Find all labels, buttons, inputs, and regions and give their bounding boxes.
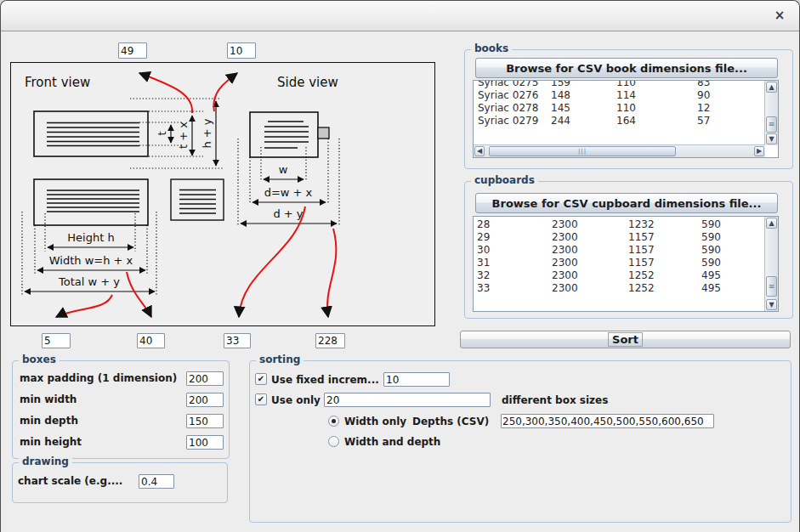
table-cell: 33 (474, 282, 552, 295)
close-icon[interactable]: × (771, 7, 788, 24)
browse-cupboards-button-label: Browse for CSV cupboard dimensions file.… (492, 197, 762, 210)
table-cell: 1252 (628, 282, 701, 295)
cupboards-group: cupboards Browse for CSV cupboard dimens… (464, 181, 793, 319)
table-cell: Syriac 0278 (474, 102, 551, 115)
table-cell: 1157 (628, 257, 701, 269)
min-width-label: min width (20, 393, 77, 405)
titlebar[interactable]: × (1, 1, 799, 31)
scroll-up-icon[interactable]: ▲ (766, 82, 777, 93)
table-cell: Syriac 0276 (474, 89, 551, 102)
table-cell: 145 (551, 102, 616, 115)
dim-field-t-plus-x[interactable] (118, 42, 147, 59)
table-cell: 495 (701, 269, 761, 282)
scroll-right-icon[interactable]: ▶ (754, 146, 764, 156)
label-d-eq: d=w + x (264, 186, 313, 199)
dim-field-total[interactable] (42, 333, 71, 348)
max-padding-field[interactable] (186, 371, 224, 386)
cupboards-vertical-scrollbar[interactable]: ▲ ≡ ▼ (764, 217, 778, 311)
table-row[interactable]: 3123001157590 (474, 257, 765, 269)
side-view-label: Side view (277, 75, 338, 90)
dim-field-h-plus-y[interactable] (227, 42, 256, 59)
sort-button[interactable]: Sort (460, 331, 791, 348)
table-cell: 590 (701, 257, 761, 269)
table-cell: 590 (701, 244, 761, 257)
sort-button-label: Sort (608, 332, 643, 347)
table-cell: 495 (701, 282, 761, 295)
table-cell: 2300 (552, 244, 628, 257)
cupboards-group-title: cupboards (471, 174, 538, 186)
browse-cupboards-button[interactable]: Browse for CSV cupboard dimensions file.… (475, 193, 778, 213)
table-cell: 12 (697, 102, 757, 115)
use-only-count-field[interactable] (324, 393, 491, 407)
table-row[interactable]: Syriac 027515911083 (474, 81, 765, 89)
table-cell: 1157 (628, 244, 701, 257)
table-row[interactable]: Syriac 027814511012 (474, 102, 765, 115)
table-cell: 2300 (552, 257, 628, 269)
table-cell: Syriac 0275 (474, 81, 551, 89)
books-table-viewport: Syriac 027515911083Syriac 027614811490Sy… (474, 81, 765, 145)
table-cell: 590 (701, 218, 761, 231)
cupboards-table[interactable]: 2823001232590292300115759030230011575903… (474, 218, 765, 295)
label-h-plus-y: h + y (201, 118, 213, 148)
boxes-group: boxes max padding (1 dimension) min widt… (12, 360, 230, 459)
table-row[interactable]: 3323001252495 (474, 282, 765, 295)
label-t-plus-x: t + x (177, 122, 190, 149)
scroll-up-icon[interactable]: ▲ (766, 218, 777, 229)
label-w: w (279, 163, 288, 176)
table-row[interactable]: 2823001232590 (474, 218, 765, 231)
table-cell: 83 (697, 81, 757, 89)
use-only-checkbox[interactable]: ✔ (255, 393, 267, 405)
table-cell: 2300 (552, 218, 628, 231)
table-row[interactable]: 3223001252495 (474, 269, 765, 282)
scroll-down-icon[interactable]: ▼ (766, 133, 777, 144)
books-hscroll-thumb[interactable]: ||| (489, 146, 676, 156)
table-cell: 2300 (552, 231, 628, 244)
cupboards-vscroll-thumb[interactable]: ≡ (766, 276, 777, 297)
table-cell: 90 (697, 89, 757, 102)
books-vertical-scrollbar[interactable]: ▲ ≡ ▼ (764, 81, 778, 145)
label-total-w: Total w + y (58, 275, 120, 288)
width-and-depth-label: Width and depth (344, 436, 440, 448)
table-row[interactable]: 3023001157590 (474, 244, 765, 257)
label-height-h: Height h (67, 231, 114, 244)
use-fixed-increment-checkbox[interactable]: ✔ (255, 373, 267, 385)
browse-books-button-label: Browse for CSV book dimensions file... (506, 62, 747, 75)
table-cell: 28 (474, 218, 552, 231)
scroll-down-icon[interactable]: ▼ (766, 299, 777, 310)
books-vscroll-thumb[interactable]: ≡ (766, 116, 777, 133)
books-group-title: books (471, 42, 512, 54)
label-t: t (156, 131, 168, 135)
table-cell: 244 (551, 115, 616, 127)
table-row[interactable]: Syriac 027924416457 (474, 115, 765, 127)
table-cell: 2300 (552, 282, 628, 295)
table-cell: 31 (474, 257, 552, 269)
table-row[interactable]: 2923001157590 (474, 231, 765, 244)
width-and-depth-radio[interactable] (328, 436, 339, 447)
dim-field-d-plus-y[interactable] (315, 333, 345, 348)
side-book-tab (318, 127, 329, 139)
scroll-left-icon[interactable]: ◀ (474, 146, 485, 156)
width-only-radio[interactable] (328, 416, 339, 427)
sorting-group: sorting ✔ Use fixed increm... ✔ Use only… (249, 360, 791, 523)
chart-scale-field[interactable] (139, 474, 174, 489)
table-cell: 30 (474, 244, 552, 257)
cupboards-scrollpane: 2823001232590292300115759030230011575903… (473, 216, 779, 312)
label-d-plus-y: d + y (273, 207, 303, 220)
min-height-field[interactable] (186, 435, 224, 450)
use-fixed-increment-label: Use fixed increm... (271, 374, 379, 386)
use-only-label: Use only (271, 394, 321, 406)
table-cell: 590 (701, 231, 761, 244)
table-cell: 110 (616, 102, 697, 115)
table-cell: 1157 (628, 231, 701, 244)
table-row[interactable]: Syriac 027614811490 (474, 89, 765, 102)
fixed-increment-field[interactable] (383, 372, 450, 387)
books-table[interactable]: Syriac 027515911083Syriac 027614811490Sy… (474, 81, 765, 127)
depths-csv-field[interactable] (501, 414, 714, 428)
browse-books-button[interactable]: Browse for CSV book dimensions file... (475, 58, 778, 78)
dim-field-width[interactable] (137, 333, 165, 348)
min-width-field[interactable] (186, 393, 224, 407)
max-padding-label: max padding (1 dimension) (20, 372, 177, 384)
dim-field-d[interactable] (224, 333, 251, 348)
books-horizontal-scrollbar[interactable]: ◀ ||| ▶ (474, 144, 765, 157)
min-depth-field[interactable] (186, 414, 224, 428)
